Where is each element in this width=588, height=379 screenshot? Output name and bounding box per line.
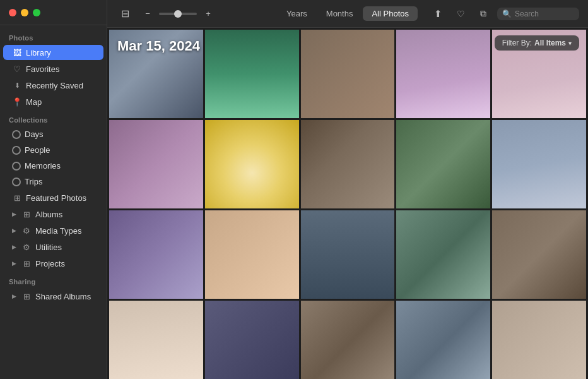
favorites-button[interactable]: ♡: [452, 5, 469, 23]
projects-icon: ⊞: [21, 258, 32, 268]
view-years-button[interactable]: Years: [278, 6, 316, 21]
sidebar-item-albums[interactable]: ▶ ⊞ Albums: [3, 207, 103, 222]
shared-albums-icon: ⊞: [21, 291, 32, 301]
map-icon: 📍: [12, 97, 22, 107]
photo-cell[interactable]: [396, 30, 490, 118]
photo-cell[interactable]: [492, 210, 586, 299]
photo-cell[interactable]: [109, 30, 203, 118]
photo-cell[interactable]: [301, 30, 395, 118]
photos-section-label: Photos: [0, 28, 107, 44]
sidebar-label-trips: Trips: [25, 177, 42, 186]
sidebar-label-featured-photos: Featured Photos: [26, 193, 86, 203]
sidebar-toggle-button[interactable]: ⊟: [116, 5, 134, 23]
sidebar-label-shared-albums: Shared Albums: [35, 292, 91, 301]
featured-photos-icon: ⊞: [12, 193, 22, 203]
photo-cell[interactable]: [301, 210, 395, 299]
toolbar-left: ⊟ − +: [116, 5, 217, 23]
filter-label: Filter By:: [502, 39, 532, 47]
sidebar-label-people: People: [25, 145, 50, 155]
share-button[interactable]: ⬆: [429, 5, 447, 23]
zoom-in-button[interactable]: +: [199, 5, 217, 23]
photo-cell[interactable]: [205, 30, 299, 118]
sidebar-item-featured-photos[interactable]: ⊞ Featured Photos: [3, 190, 103, 205]
crop-button[interactable]: ⧉: [474, 5, 492, 23]
search-input[interactable]: [515, 9, 575, 18]
sidebar: Photos 🖼 Library ♡ Favorites ⬇ Recently …: [0, 0, 107, 379]
zoom-control: − +: [139, 5, 217, 23]
view-all-photos-button[interactable]: All Photos: [363, 6, 418, 21]
recently-saved-icon: ⬇: [12, 80, 22, 90]
zoom-slider[interactable]: [159, 13, 197, 15]
sidebar-item-trips[interactable]: Trips: [3, 174, 103, 189]
photo-cell[interactable]: [396, 301, 490, 379]
albums-icon: ⊞: [21, 209, 32, 219]
sidebar-item-projects[interactable]: ▶ ⊞ Projects: [3, 256, 103, 271]
toolbar-center: Years Months All Photos: [278, 6, 418, 21]
media-types-icon: ⚙: [21, 226, 32, 236]
media-types-chevron: ▶: [12, 227, 16, 234]
sidebar-label-map: Map: [26, 97, 42, 107]
filter-button[interactable]: Filter By: All Items ▾: [495, 35, 579, 51]
photo-grid: [107, 28, 588, 379]
photo-grid-container: Mar 15, 2024 Filter By: All Items ▾: [107, 28, 588, 379]
sidebar-item-favorites[interactable]: ♡ Favorites: [3, 61, 103, 76]
main-content: ⊟ − + Years Months All Photos ℹ ⬆ ♡ ⧉ 🔍: [107, 0, 588, 379]
sidebar-label-albums: Albums: [35, 210, 62, 219]
photo-cell[interactable]: [396, 210, 490, 299]
sidebar-item-memories[interactable]: Memories: [3, 159, 103, 173]
photo-cell[interactable]: [205, 210, 299, 299]
photo-cell[interactable]: [301, 120, 395, 208]
photo-cell[interactable]: [205, 301, 299, 379]
filter-value: All Items: [534, 39, 566, 47]
zoom-thumb: [174, 10, 182, 18]
photo-cell[interactable]: [109, 210, 203, 299]
utilities-icon: ⚙: [21, 242, 32, 252]
days-icon: [12, 130, 21, 139]
projects-chevron: ▶: [12, 260, 16, 267]
sidebar-label-days: Days: [25, 129, 44, 139]
view-months-button[interactable]: Months: [317, 6, 362, 21]
shared-albums-chevron: ▶: [12, 293, 16, 299]
sidebar-item-people[interactable]: People: [3, 143, 103, 157]
sidebar-item-utilities[interactable]: ▶ ⚙ Utilities: [3, 239, 103, 255]
close-button[interactable]: [9, 9, 16, 16]
photo-cell[interactable]: [205, 120, 299, 208]
sidebar-item-days[interactable]: Days: [3, 127, 103, 141]
sidebar-item-shared-albums[interactable]: ▶ ⊞ Shared Albums: [3, 289, 103, 304]
sidebar-item-map[interactable]: 📍 Map: [3, 94, 103, 109]
toolbar: ⊟ − + Years Months All Photos ℹ ⬆ ♡ ⧉ 🔍: [107, 0, 588, 28]
sidebar-label-favorites: Favorites: [26, 64, 59, 74]
sidebar-label-media-types: Media Types: [35, 226, 81, 236]
sidebar-item-recently-saved[interactable]: ⬇ Recently Saved: [3, 78, 103, 93]
search-icon: 🔍: [502, 9, 512, 18]
sidebar-label-recently-saved: Recently Saved: [26, 81, 83, 90]
photo-cell[interactable]: [492, 301, 586, 379]
memories-icon: [12, 162, 21, 171]
sidebar-item-library[interactable]: 🖼 Library: [3, 45, 103, 60]
sidebar-label-library: Library: [26, 48, 51, 57]
sidebar-label-utilities: Utilities: [35, 243, 62, 252]
library-icon: 🖼: [12, 47, 22, 57]
sidebar-label-projects: Projects: [35, 259, 65, 268]
people-icon: [12, 146, 21, 155]
albums-chevron: ▶: [12, 211, 16, 217]
photo-cell[interactable]: [492, 120, 586, 208]
filter-chevron-icon: ▾: [568, 40, 572, 47]
sidebar-label-memories: Memories: [25, 161, 61, 171]
collections-section-label: Collections: [0, 110, 107, 126]
photo-cell[interactable]: [396, 120, 490, 208]
heart-icon: ♡: [12, 64, 22, 74]
minimize-button[interactable]: [21, 9, 28, 16]
trips-icon: [12, 177, 21, 186]
photo-cell[interactable]: [109, 120, 203, 208]
sharing-section-label: Sharing: [0, 272, 107, 288]
photo-cell[interactable]: [109, 301, 203, 379]
search-box: 🔍: [497, 8, 579, 20]
window-controls: [0, 9, 49, 16]
utilities-chevron: ▶: [12, 244, 16, 250]
zoom-out-button[interactable]: −: [139, 5, 156, 23]
photo-cell[interactable]: [301, 301, 395, 379]
toolbar-right: ℹ ⬆ ♡ ⧉ 🔍: [406, 5, 579, 23]
sidebar-item-media-types[interactable]: ▶ ⚙ Media Types: [3, 223, 103, 238]
maximize-button[interactable]: [33, 9, 40, 16]
